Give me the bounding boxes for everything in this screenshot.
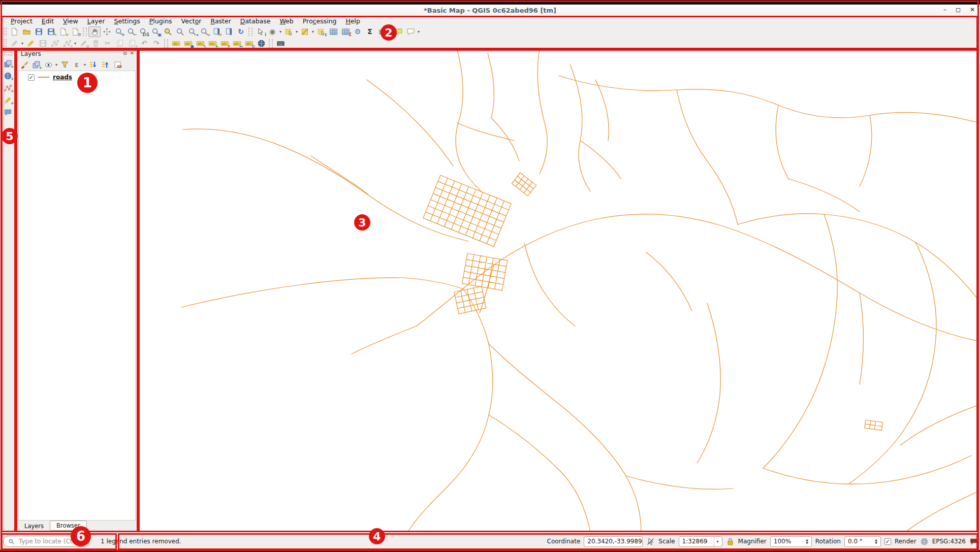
run-feature-action-button[interactable]: ◉ (266, 26, 278, 37)
select-by-expression-button[interactable]: ε (315, 26, 327, 37)
zoom-out-button[interactable]: − (125, 26, 137, 37)
extents-toggle-icon[interactable] (646, 537, 655, 546)
scale-combobox[interactable]: 1:32869▾ (679, 536, 722, 547)
remove-layer-button[interactable] (111, 59, 123, 70)
open-data-source-manager-button[interactable]: + (2, 58, 14, 69)
scale-lock-icon[interactable] (726, 537, 735, 546)
new-project-button[interactable] (8, 26, 20, 37)
filter-by-expression-button[interactable]: ε (71, 59, 83, 70)
zoom-last-button[interactable]: ◂ (186, 26, 198, 37)
layer-diagram-options-button[interactable]: ● (182, 38, 194, 49)
modify-attributes-button[interactable]: ≡ (77, 38, 89, 49)
new-spatial-bookmark-button[interactable]: ★ (210, 26, 223, 37)
show-layout-manager-button[interactable]: ⚙ (69, 26, 81, 37)
select-features-button[interactable] (282, 26, 295, 37)
close-panel-icon[interactable]: ✕ (130, 50, 134, 56)
scale-dropdown-icon[interactable]: ▾ (714, 537, 719, 546)
menu-layer[interactable]: Layer (83, 17, 110, 25)
toolbar-grip[interactable] (4, 52, 12, 55)
manage-map-themes-dropdown-icon[interactable]: ▾ (54, 62, 58, 67)
rotation-spinbox[interactable]: 0.0 °▲▼ (844, 536, 881, 547)
expand-all-button[interactable] (87, 59, 99, 70)
save-layer-edits-button[interactable] (37, 38, 49, 49)
menu-processing[interactable]: Processing (298, 17, 341, 25)
render-checkbox[interactable]: ✓ (884, 538, 891, 545)
current-edits-button[interactable] (8, 38, 20, 49)
collapse-all-button[interactable] (99, 59, 111, 70)
menu-raster[interactable]: Raster (206, 17, 235, 25)
menu-web[interactable]: Web (275, 17, 298, 25)
rotation-spin-arrows[interactable]: ▲▼ (875, 538, 877, 544)
menu-edit[interactable]: Edit (37, 17, 58, 25)
title-bar[interactable]: *Basic Map - QGIS 0c62abed96 [tm] – ◻ ✕ (0, 5, 980, 17)
minimize-button[interactable]: – (943, 6, 946, 13)
add-raster-layer-button[interactable]: + (2, 71, 14, 81)
change-label-properties-button[interactable]: ↻ (243, 38, 255, 49)
refresh-map-button[interactable]: ↻ (235, 26, 247, 37)
layers-tree[interactable]: ✓roads (18, 71, 136, 521)
maximize-button[interactable]: ◻ (956, 6, 961, 13)
crs-globe-icon[interactable] (920, 537, 929, 546)
map-tips-bubble-button[interactable] (2, 107, 14, 118)
show-hide-labels-button[interactable]: ✕ (218, 38, 231, 49)
panel-tab-layers[interactable]: Layers (18, 522, 50, 531)
metasearch-button[interactable] (255, 38, 267, 49)
magnifier-spin-arrows[interactable]: ▲▼ (806, 538, 808, 544)
pan-map-button[interactable] (88, 26, 101, 37)
open-project-button[interactable] (20, 26, 33, 37)
menu-plugins[interactable]: Plugins (145, 17, 177, 25)
save-project-button[interactable] (33, 26, 45, 37)
deselect-features-dropdown-icon[interactable]: ▾ (311, 29, 315, 34)
pin-unpin-labels-button[interactable]: + (206, 38, 218, 49)
pan-to-selection-button[interactable] (101, 26, 113, 37)
highlight-pinned-labels-button[interactable]: ✎ (194, 38, 206, 49)
crs-label[interactable]: EPSG:4326 (932, 538, 966, 545)
toolbar-grip[interactable] (4, 27, 7, 36)
add-group-button[interactable]: + (30, 59, 42, 70)
copy-features-button[interactable] (114, 38, 126, 49)
undo-button[interactable]: ↶ (138, 38, 150, 49)
cut-features-button[interactable]: ✂ (102, 38, 114, 49)
menu-view[interactable]: View (58, 17, 83, 25)
zoom-next-button[interactable]: ▸ (198, 26, 210, 37)
layer-checkbox[interactable]: ✓ (28, 74, 35, 81)
zoom-full-button[interactable]: ▣ (149, 26, 162, 37)
float-panel-icon[interactable]: ⧉ (123, 50, 127, 56)
menu-project[interactable]: Project (6, 17, 37, 25)
filter-by-expression-dropdown-icon[interactable]: ▾ (83, 62, 87, 67)
filter-legend-button[interactable] (58, 59, 71, 70)
zoom-to-selection-button[interactable] (162, 26, 174, 37)
toolbar-grip[interactable] (4, 39, 7, 47)
new-geopackage-layer-button[interactable]: + (2, 95, 14, 106)
new-text-annotation-button[interactable] (404, 26, 417, 37)
show-spatial-bookmarks-button[interactable] (223, 26, 235, 37)
paste-features-button[interactable]: + (126, 38, 138, 49)
manage-map-themes-button[interactable] (42, 59, 54, 70)
show-statistical-summary-button[interactable]: Σ (364, 26, 376, 37)
move-label-button[interactable]: ↔ (231, 38, 243, 49)
processing-toolbox-button[interactable]: ⚙ (352, 26, 364, 37)
delete-selected-button[interactable] (89, 38, 102, 49)
toggle-editing-button[interactable] (24, 38, 37, 49)
map-canvas[interactable] (138, 49, 979, 532)
coordinate-field[interactable]: 20.3420,-33.9989 (584, 536, 643, 547)
new-shapefile-layer-button[interactable]: + (2, 83, 14, 93)
redo-button[interactable]: ↷ (150, 38, 163, 49)
new-print-layout-button[interactable]: ★ (57, 26, 69, 37)
layer-name[interactable]: roads (53, 74, 72, 81)
deselect-features-button[interactable] (299, 26, 311, 37)
new-text-annotation-dropdown-icon[interactable]: ▾ (417, 29, 421, 34)
add-line-feature-button[interactable] (49, 38, 61, 49)
menu-settings[interactable]: Settings (110, 17, 145, 25)
close-button[interactable]: ✕ (970, 6, 975, 13)
messages-icon[interactable] (969, 537, 978, 546)
save-project-as-button[interactable]: ✎ (45, 26, 57, 37)
vertex-tool-button[interactable]: ✕ (61, 38, 73, 49)
menu-database[interactable]: Database (236, 17, 275, 25)
vertex-tool-dropdown-icon[interactable]: ▾ (73, 41, 77, 46)
magnifier-spinbox[interactable]: 100%▲▼ (770, 536, 812, 547)
identify-features-button[interactable]: i (254, 26, 266, 37)
layer-labeling-options-button[interactable] (170, 38, 182, 49)
zoom-to-layer-button[interactable] (174, 26, 186, 37)
current-edits-dropdown-icon[interactable]: ▾ (20, 41, 24, 46)
